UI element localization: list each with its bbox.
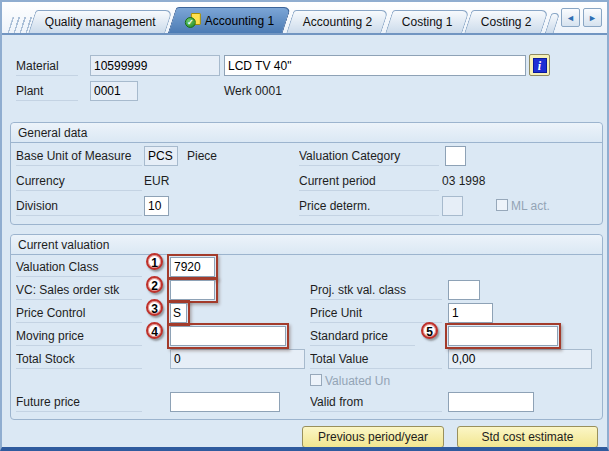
scroll-tabs-left-icon[interactable]: ◄ xyxy=(561,8,580,27)
valuation-category-label: Valuation Category xyxy=(299,149,439,166)
valuation-class-label: Valuation Class xyxy=(16,260,142,277)
annotation-marker-2: 2 xyxy=(146,276,163,293)
annotation-marker-5: 5 xyxy=(421,322,438,339)
total-stock-field xyxy=(170,349,305,369)
previous-period-button[interactable]: Previous period/year xyxy=(302,426,444,448)
tab-label: Costing 2 xyxy=(469,15,544,29)
proj-stk-val-class-field[interactable] xyxy=(448,280,480,300)
total-stock-label: Total Stock xyxy=(16,352,142,369)
tab-costing-1[interactable]: Costing 1 xyxy=(385,10,469,33)
std-cost-estimate-button[interactable]: Std cost estimate xyxy=(457,426,598,448)
partial-tab-edge xyxy=(545,13,560,33)
valid-from-label: Valid from xyxy=(310,395,442,412)
price-unit-label: Price Unit xyxy=(310,306,442,323)
valuated-un-checkbox xyxy=(310,374,322,386)
base-unit-label: Base Unit of Measure xyxy=(16,149,142,166)
currency-value-text: EUR xyxy=(144,174,169,188)
material-master-window: Quality management ✓ Accounting 1 Accoun… xyxy=(0,0,609,451)
general-data-title: General data xyxy=(11,123,602,143)
tab-accounting-1[interactable]: ✓ Accounting 1 xyxy=(168,7,292,33)
moving-price-label: Moving price xyxy=(16,329,142,346)
ml-act-checkbox xyxy=(496,199,508,211)
valid-from-field[interactable] xyxy=(448,392,534,412)
tab-quality-management[interactable]: Quality management xyxy=(28,10,172,33)
base-unit-description-text: Piece xyxy=(187,149,217,163)
base-unit-field xyxy=(144,146,178,166)
proj-stk-val-class-label: Proj. stk val. class xyxy=(310,283,442,300)
price-unit-field[interactable] xyxy=(448,303,493,323)
material-number-field xyxy=(90,55,220,76)
current-period-value-text: 03 1998 xyxy=(442,174,485,188)
annotation-marker-4: 4 xyxy=(146,322,163,339)
annotation-marker-3: 3 xyxy=(146,299,163,316)
price-control-label: Price Control xyxy=(16,306,142,323)
future-price-field[interactable] xyxy=(170,392,280,412)
tab-strip: Quality management ✓ Accounting 1 Accoun… xyxy=(2,2,607,35)
tab-accounting-2[interactable]: Accounting 2 xyxy=(286,10,389,33)
tab-label: Accounting 1 xyxy=(205,14,274,28)
checked-document-icon: ✓ xyxy=(185,13,201,28)
material-description-field[interactable] xyxy=(224,55,526,76)
future-price-label: Future price xyxy=(16,395,142,412)
price-determ-label: Price determ. xyxy=(299,199,439,216)
current-valuation-title: Current valuation xyxy=(11,235,602,255)
tab-costing-2[interactable]: Costing 2 xyxy=(464,10,548,33)
standard-price-field[interactable] xyxy=(448,326,558,346)
price-control-field[interactable] xyxy=(170,303,187,323)
current-period-label: Current period xyxy=(299,174,439,191)
tab-label: Costing 1 xyxy=(389,15,464,29)
info-icon: i xyxy=(533,58,547,73)
total-value-field xyxy=(448,349,592,369)
price-determ-field xyxy=(442,196,463,216)
plant-description-text: Werk 0001 xyxy=(224,84,282,98)
total-value-label: Total Value xyxy=(310,352,442,369)
valuation-category-field[interactable] xyxy=(445,146,466,166)
material-label: Material xyxy=(16,59,78,76)
division-label: Division xyxy=(16,199,142,216)
scroll-tabs-right-icon[interactable]: ► xyxy=(583,8,602,27)
standard-price-label: Standard price xyxy=(310,329,415,346)
tab-label: Accounting 2 xyxy=(291,15,384,29)
annotation-marker-1: 1 xyxy=(146,253,163,270)
division-field[interactable] xyxy=(144,196,169,216)
tab-label: Quality management xyxy=(33,15,168,29)
plant-label: Plant xyxy=(16,84,78,101)
valuated-un-label: Valuated Un xyxy=(325,374,390,388)
vc-sales-order-field[interactable] xyxy=(170,280,215,300)
valuation-class-field[interactable] xyxy=(170,257,215,277)
info-button[interactable]: i xyxy=(529,54,550,76)
moving-price-field[interactable] xyxy=(170,326,286,346)
ml-act-label: ML act. xyxy=(511,199,550,213)
vc-sales-order-label: VC: Sales order stk xyxy=(16,283,142,300)
plant-field xyxy=(90,81,138,101)
currency-label: Currency xyxy=(16,174,142,191)
tab-scroll-buttons: ◄ ► xyxy=(561,8,602,27)
